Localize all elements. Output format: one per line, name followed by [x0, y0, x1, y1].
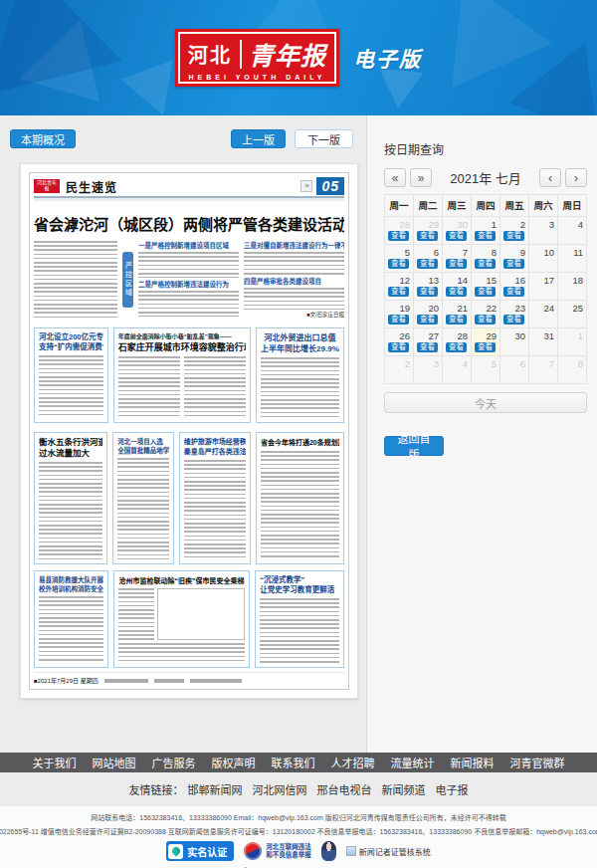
- overview-button[interactable]: 本期概况: [10, 129, 76, 148]
- article-title: 易县消防救援大队开展: [39, 575, 103, 584]
- logo-box: 河北 青年报 HEBEI YOUTH DAILY: [175, 29, 339, 87]
- footer-nav-link[interactable]: 人才招聘: [331, 755, 375, 770]
- calendar-view-button[interactable]: 查看: [446, 315, 467, 325]
- simulated-text: [184, 460, 246, 559]
- calendar-day-number: 18: [560, 275, 583, 286]
- article-title: 沧州市监检联动除“旧疾”保市民安全乘梯: [118, 575, 246, 586]
- simulated-text: [34, 241, 117, 319]
- calendar-day-number: 17: [531, 275, 554, 286]
- calendar-day-cell: 4: [443, 356, 472, 384]
- calendar-view-button[interactable]: 查看: [475, 315, 496, 325]
- next-year-button[interactable]: »: [410, 168, 432, 187]
- calendar-view-button[interactable]: 查看: [417, 315, 438, 325]
- calendar-week-row: 26查看27查看28查看29查看30311: [385, 328, 587, 356]
- footer-nav-link[interactable]: 河青官微群: [510, 755, 565, 770]
- newspaper-article: 衡水五条行洪河道 过水流量加大: [34, 432, 107, 564]
- calendar-view-button[interactable]: 查看: [417, 287, 438, 297]
- simulated-text: [39, 355, 103, 418]
- calendar-view-button[interactable]: 查看: [475, 342, 496, 352]
- calendar-day-number: 29: [474, 330, 497, 341]
- article-row: 衡水五条行洪河道 过水流量加大 河北一项目入选 全国首批精品地学研学路线 维护旅…: [34, 432, 344, 564]
- lead-article: 严控区域 一是严格控制新增建设项目区域 二是严格控制新增违法建设行为 三是对擅自…: [34, 241, 344, 319]
- calendar-day-number: 21: [445, 303, 468, 314]
- friend-link[interactable]: 新闻频道: [382, 781, 426, 797]
- article-title: 让党史学习教育更鲜活: [260, 585, 339, 595]
- friend-link[interactable]: 邢台电视台: [317, 781, 372, 797]
- calendar-view-button[interactable]: 查看: [503, 259, 524, 269]
- footer-nav-link[interactable]: 流量统计: [391, 755, 435, 770]
- toolbar: 本期概况 上一版 下一版: [10, 129, 358, 148]
- calendar-view-button[interactable]: 查看: [388, 315, 409, 325]
- newspaper-article: 河北外贸进出口总值 上半年同比增长29.9%: [256, 327, 344, 423]
- friend-link[interactable]: 电子报: [436, 781, 469, 797]
- calendar-day-number: 25: [560, 303, 583, 314]
- newspaper-article: 河北设立200亿元专项债券 支持“扩内需促消费”: [34, 327, 108, 423]
- calendar-view-button[interactable]: 查看: [446, 342, 467, 352]
- newspaper-date: ■2021年7月29日 星期四: [34, 676, 99, 685]
- press-card-verify-badge[interactable]: 新闻记者证管核系统: [346, 846, 431, 857]
- calendar-weekday: 周二: [414, 195, 443, 217]
- calendar-view-button[interactable]: 查看: [475, 231, 496, 241]
- newspaper-page-image[interactable]: 河北青年报 民生速览 » 05 省会滹沱河（城区段）两侧将严管各类建设活动 严控…: [20, 163, 358, 699]
- footer-nav-link[interactable]: 版权声明: [212, 755, 256, 770]
- calendar-day-number: 1: [560, 330, 583, 341]
- next-page-button[interactable]: 下一版: [295, 129, 353, 148]
- prev-month-button[interactable]: ‹: [539, 168, 561, 187]
- calendar-view-button[interactable]: 查看: [503, 231, 524, 241]
- site-logo[interactable]: 河北 青年报 HEBEI YOUTH DAILY 电子版: [175, 29, 422, 87]
- calendar-weekday: 周日: [558, 195, 587, 217]
- footer-nav-link[interactable]: 关于我们: [33, 755, 77, 770]
- calendar-view-button[interactable]: 查看: [388, 287, 409, 297]
- friend-link[interactable]: 河北网信网: [253, 781, 307, 797]
- calendar-week-row: 12查看13查看14查看15查看16查看1718: [385, 273, 587, 301]
- calendar-week-row: 28查看29查看30查看1查看2查看34: [385, 217, 587, 245]
- lead-credit: ■文/石家庄日报: [244, 312, 344, 319]
- illegal-report-badge[interactable]: 河北互联网违法 和不良信息举报: [244, 842, 311, 860]
- newspaper-masthead: 河北青年报 民生速览 » 05: [34, 178, 344, 198]
- newspaper-article: 易县消防救援大队开展 校外培训机构消防安全专项检查: [34, 570, 108, 668]
- simulated-text: [117, 458, 168, 559]
- calendar-view-button[interactable]: 查看: [388, 342, 409, 352]
- realname-certification-badge[interactable]: 实名认证: [166, 841, 234, 861]
- calendar-view-button[interactable]: 查看: [446, 287, 467, 297]
- footer-nav-link[interactable]: 广告服务: [152, 755, 196, 770]
- police-mascot-icon[interactable]: [321, 841, 336, 861]
- back-to-front-button[interactable]: 返回首版: [384, 436, 444, 456]
- sidebar: 按日期查询 « » 2021年 七月 ‹ › 周一周二周三周四周五周六周日 28…: [366, 115, 597, 753]
- calendar-day-number: 23: [502, 303, 525, 314]
- calendar-view-button[interactable]: 查看: [417, 231, 438, 241]
- newspaper-page-inner: 河北青年报 民生速览 » 05 省会滹沱河（城区段）两侧将严管各类建设活动 严控…: [29, 172, 349, 690]
- friend-link[interactable]: 邯郸新闻网: [188, 781, 243, 797]
- calendar-day-number: 29: [416, 219, 439, 230]
- article-title: 石家庄开展城市环境容貌整治行动: [118, 341, 246, 353]
- calendar-view-button[interactable]: 查看: [388, 231, 409, 241]
- calendar-header: « » 2021年 七月 ‹ ›: [384, 168, 587, 187]
- calendar-view-button[interactable]: 查看: [503, 315, 524, 325]
- footer-nav-link[interactable]: 网站地图: [93, 755, 136, 770]
- calendar-day-cell: 17: [529, 273, 558, 301]
- newspaper-article: 省会今年将打通20条规划路: [256, 432, 344, 564]
- calendar-view-button[interactable]: 查看: [503, 287, 524, 297]
- next-month-button[interactable]: ›: [565, 168, 587, 187]
- calendar-view-button[interactable]: 查看: [417, 259, 438, 269]
- footer-nav-link[interactable]: 联系我们: [272, 755, 315, 770]
- calendar-day-number: 4: [560, 219, 583, 230]
- calendar-view-button[interactable]: 查看: [388, 259, 409, 269]
- footer-nav-link[interactable]: 新闻报料: [451, 755, 495, 770]
- prev-year-button[interactable]: «: [384, 168, 406, 187]
- calendar-view-button[interactable]: 查看: [446, 259, 467, 269]
- calendar-day-number: 15: [474, 275, 497, 286]
- calendar-view-button[interactable]: 查看: [446, 231, 467, 241]
- calendar-view-button[interactable]: 查看: [417, 342, 438, 352]
- calendar-week-row: 2345678: [385, 356, 587, 384]
- today-button[interactable]: 今天: [384, 392, 587, 413]
- calendar-view-button[interactable]: 查看: [475, 287, 496, 297]
- simulated-text: [261, 357, 339, 418]
- calendar-day-cell: 1: [558, 328, 587, 356]
- calendar-day-number: 2: [387, 358, 410, 369]
- prev-page-button[interactable]: 上一版: [231, 129, 286, 148]
- calendar-view-button[interactable]: 查看: [475, 259, 496, 269]
- simulated-text: [154, 679, 184, 683]
- calendar-day-number: 28: [445, 330, 468, 341]
- license-line: 冀ICP备09022655号-11 增值电信业务经营许可证冀B2-2009038…: [0, 826, 597, 836]
